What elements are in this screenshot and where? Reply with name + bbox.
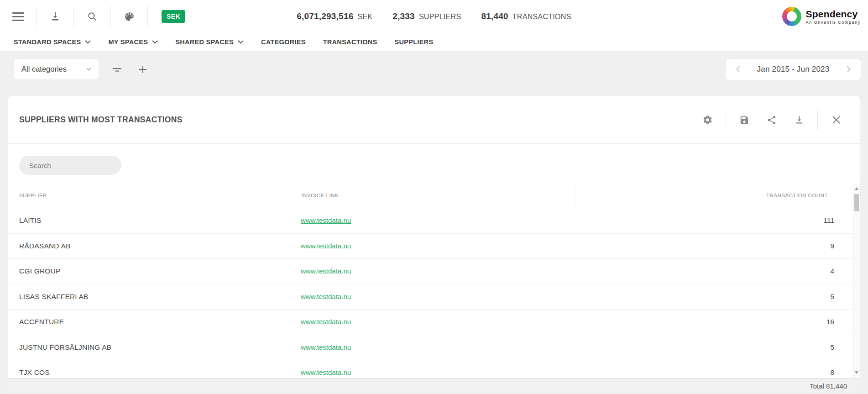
save-icon bbox=[739, 115, 749, 125]
search-button[interactable] bbox=[74, 0, 110, 33]
download-button[interactable] bbox=[37, 0, 73, 33]
stat-total-spend: 6,071,293,516 SEK bbox=[297, 11, 372, 21]
invoice-link[interactable]: www.testdata.nu bbox=[301, 343, 351, 351]
theme-button[interactable] bbox=[111, 0, 147, 33]
count-cell: 111 bbox=[575, 216, 860, 225]
date-prev-button[interactable] bbox=[733, 59, 743, 80]
invoice-link[interactable]: www.testdata.nu bbox=[301, 242, 351, 250]
date-range-picker[interactable]: Jan 2015 - Jun 2023 bbox=[726, 59, 861, 80]
stat-transactions: 81,440 TRANSACTIONS bbox=[481, 11, 571, 21]
widget-close-button[interactable] bbox=[824, 111, 848, 129]
nav-shared-spaces[interactable]: SHARED SPACES bbox=[175, 38, 244, 46]
total-label: Total 81,440 bbox=[810, 382, 847, 390]
download-icon bbox=[50, 11, 61, 22]
supplier-cell: RÅDASAND AB bbox=[8, 242, 291, 250]
widget-settings-button[interactable] bbox=[695, 111, 719, 129]
nav-my-spaces[interactable]: MY SPACES bbox=[108, 38, 158, 46]
supplier-cell: JUSTNU FÖRSÄLJNING AB bbox=[8, 343, 291, 352]
table-row[interactable]: CGI GROUP www.testdata.nu 4 bbox=[8, 259, 860, 284]
main-nav: STANDARD SPACES MY SPACES SHARED SPACES … bbox=[0, 33, 868, 51]
logo-ring-icon bbox=[782, 7, 801, 26]
table-header-row: SUPPLIER INVOICE LINK TRANSACTION COUNT bbox=[8, 183, 860, 208]
supplier-cell: ACCENTURE bbox=[8, 318, 291, 326]
column-header-supplier[interactable]: SUPPLIER bbox=[8, 183, 291, 208]
invoice-link-cell: www.testdata.nu bbox=[291, 242, 575, 250]
search-icon bbox=[87, 11, 98, 22]
invoice-link[interactable]: www.testdata.nu bbox=[301, 267, 351, 275]
nav-standard-spaces[interactable]: STANDARD SPACES bbox=[14, 38, 91, 46]
count-cell: 8 bbox=[575, 368, 860, 377]
chevron-left-icon bbox=[736, 66, 740, 73]
table-row[interactable]: TJX COS www.testdata.nu 8 bbox=[8, 360, 860, 378]
top-bar: SEK 6,071,293,516 SEK 2,333 SUPPLIERS 81… bbox=[0, 0, 868, 33]
table-footer: Total 81,440 bbox=[8, 378, 860, 394]
search-input[interactable] bbox=[29, 162, 120, 169]
search-box[interactable] bbox=[19, 156, 121, 175]
currency-badge[interactable]: SEK bbox=[162, 10, 185, 23]
invoice-link[interactable]: www.testdata.nu bbox=[301, 293, 351, 300]
share-icon bbox=[767, 115, 777, 125]
main-content: SUPPLIERS WITH MOST TRANSACTIONS bbox=[0, 87, 868, 394]
hamburger-icon bbox=[12, 12, 24, 21]
divider bbox=[817, 110, 818, 130]
count-cell: 5 bbox=[575, 343, 860, 352]
chevron-down-icon bbox=[238, 40, 244, 44]
supplier-cell: TJX COS bbox=[8, 368, 291, 377]
widget-share-button[interactable] bbox=[760, 111, 784, 129]
summary-stats: 6,071,293,516 SEK 2,333 SUPPLIERS 81,440… bbox=[297, 0, 571, 33]
invoice-link-cell: www.testdata.nu bbox=[291, 293, 575, 301]
filter-icon bbox=[112, 64, 123, 75]
download-icon bbox=[794, 115, 805, 125]
invoice-link[interactable]: www.testdata.nu bbox=[301, 318, 351, 326]
suppliers-table: SUPPLIER INVOICE LINK TRANSACTION COUNT … bbox=[8, 183, 860, 378]
filter-button[interactable] bbox=[110, 64, 124, 75]
chevron-down-icon bbox=[152, 40, 158, 44]
category-select-value: All categories bbox=[21, 65, 67, 74]
invoice-link[interactable]: www.testdata.nu bbox=[301, 368, 351, 376]
column-header-invoice-link[interactable]: INVOICE LINK bbox=[291, 183, 575, 208]
stat-label: SUPPLIERS bbox=[419, 13, 461, 21]
category-select[interactable]: All categories bbox=[14, 59, 99, 79]
table-row[interactable]: RÅDASAND AB www.testdata.nu 9 bbox=[8, 234, 860, 259]
palette-icon bbox=[124, 11, 135, 22]
count-cell: 4 bbox=[575, 267, 860, 275]
column-header-transaction-count[interactable]: TRANSACTION COUNT bbox=[575, 183, 860, 208]
gear-icon bbox=[702, 115, 713, 125]
table-row[interactable]: LISAS SKAFFERI AB www.testdata.nu 5 bbox=[8, 284, 860, 310]
table-row[interactable]: JUSTNU FÖRSÄLJNING AB www.testdata.nu 5 bbox=[8, 335, 860, 361]
nav-suppliers[interactable]: SUPPLIERS bbox=[394, 38, 433, 46]
app-logo: Spendency An Onventis Company bbox=[782, 0, 861, 33]
count-cell: 5 bbox=[575, 293, 860, 301]
logo-text: Spendency An Onventis Company bbox=[806, 9, 861, 25]
stat-label: SEK bbox=[357, 13, 372, 21]
supplier-cell: LAITIS bbox=[8, 216, 291, 225]
scroll-up-arrow[interactable] bbox=[853, 185, 860, 192]
stat-value: 81,440 bbox=[481, 11, 508, 21]
count-cell: 9 bbox=[575, 242, 860, 250]
nav-label: CATEGORIES bbox=[261, 38, 306, 46]
chevron-right-icon bbox=[847, 66, 851, 73]
table-row[interactable]: ACCENTURE www.testdata.nu 16 bbox=[8, 310, 860, 335]
count-cell: 16 bbox=[575, 318, 860, 326]
filter-bar: All categories Jan 2015 - Jun 2023 bbox=[0, 51, 868, 87]
nav-label: TRANSACTIONS bbox=[323, 38, 377, 46]
widget-download-button[interactable] bbox=[787, 111, 811, 129]
nav-label: STANDARD SPACES bbox=[14, 38, 81, 46]
invoice-link-cell: www.testdata.nu bbox=[291, 216, 575, 225]
close-icon bbox=[831, 115, 841, 125]
widget-save-button[interactable] bbox=[732, 111, 756, 129]
table-scrollbar[interactable] bbox=[853, 183, 860, 378]
menu-button[interactable] bbox=[0, 0, 37, 33]
invoice-link[interactable]: www.testdata.nu bbox=[301, 216, 351, 224]
divider bbox=[147, 6, 148, 26]
scrollbar-thumb[interactable] bbox=[854, 194, 859, 211]
scroll-down-arrow[interactable] bbox=[853, 369, 860, 376]
table-row[interactable]: LAITIS www.testdata.nu 111 bbox=[8, 208, 860, 234]
date-next-button[interactable] bbox=[843, 59, 853, 80]
suppliers-widget: SUPPLIERS WITH MOST TRANSACTIONS bbox=[8, 96, 860, 394]
nav-categories[interactable]: CATEGORIES bbox=[261, 38, 306, 46]
add-widget-button[interactable] bbox=[136, 64, 150, 74]
widget-title: SUPPLIERS WITH MOST TRANSACTIONS bbox=[19, 115, 183, 125]
widget-header: SUPPLIERS WITH MOST TRANSACTIONS bbox=[8, 96, 860, 144]
nav-transactions[interactable]: TRANSACTIONS bbox=[323, 38, 377, 46]
